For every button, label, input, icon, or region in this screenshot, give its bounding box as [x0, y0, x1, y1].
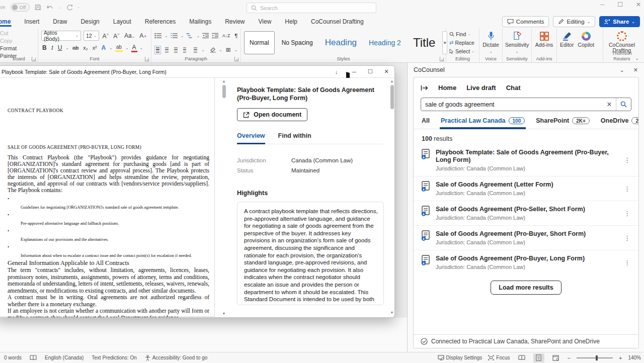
result-row[interactable]: Sale of Goods Agreement (Pro-Buyer, Long…: [414, 250, 638, 275]
pane-close-icon[interactable]: ✕: [633, 67, 638, 73]
tab-home[interactable]: Home: [0, 18, 12, 25]
more-options-icon[interactable]: ⋮: [621, 209, 633, 218]
word-count[interactable]: 0 words: [4, 355, 22, 360]
filter-onedrive[interactable]: OneDrive24: [601, 117, 639, 129]
result-row[interactable]: Sale of Goods Agreement (Pro-Buyer, Shor…: [414, 225, 638, 250]
font-dialog-launcher-icon[interactable]: [145, 57, 149, 61]
underline-button[interactable]: U: [57, 44, 63, 51]
customize-toolbar-icon[interactable]: ⹀: [78, 6, 79, 10]
tab-draw[interactable]: Draw: [52, 18, 68, 25]
result-row[interactable]: Playbook Template: Sale of Goods Agreeme…: [414, 144, 638, 176]
style-no-spacing[interactable]: No Spacing: [277, 31, 318, 54]
tab-cocounsel-drafting[interactable]: CoCounsel Drafting: [310, 18, 365, 25]
save-icon[interactable]: [35, 4, 41, 11]
accessibility-status[interactable]: Accessibility: Good to go: [145, 355, 208, 361]
align-right-button[interactable]: [174, 47, 178, 53]
scroll-up-icon[interactable]: ▲: [390, 79, 394, 84]
highlight-chevron-icon[interactable]: ⌄: [125, 46, 129, 50]
cocounsel-search-box[interactable]: ✕: [421, 98, 631, 111]
editing-mode-button[interactable]: Editing⌄: [553, 16, 595, 27]
line-spacing-chevron-icon[interactable]: ⌄: [201, 48, 205, 52]
bullet-list-button[interactable]: [154, 33, 162, 39]
font-size-combo[interactable]: 12⌄: [84, 31, 99, 41]
font-color-chevron-icon[interactable]: ⌄: [140, 46, 143, 50]
align-center-button[interactable]: [165, 47, 169, 53]
proofing-icon[interactable]: [30, 355, 37, 360]
preview-maximize-button[interactable]: ☐: [362, 68, 378, 75]
nav-chat[interactable]: Chat: [506, 84, 521, 92]
italic-button[interactable]: I: [50, 44, 54, 51]
zoom-slider[interactable]: [577, 357, 613, 358]
style-normal[interactable]: Normal: [244, 31, 275, 54]
more-options-icon[interactable]: ⋮: [621, 233, 633, 243]
font-family-combo[interactable]: Aptos (Body)⌄: [41, 31, 81, 41]
document-scrollbar[interactable]: ▲ ▼: [221, 79, 227, 316]
numbered-list-button[interactable]: [171, 33, 178, 39]
result-title[interactable]: Playbook Template: Sale of Goods Agreeme…: [436, 149, 609, 163]
text-effects-button[interactable]: A: [100, 44, 107, 51]
tab-overview[interactable]: Overview: [237, 132, 265, 144]
highlight-color-button[interactable]: ab: [115, 44, 123, 52]
undo-chevron-icon[interactable]: ⌄: [58, 6, 61, 10]
undo-icon[interactable]: [46, 4, 53, 11]
increase-indent-button[interactable]: [212, 33, 219, 39]
multilevel-list-button[interactable]: [186, 33, 194, 39]
filter-all[interactable]: All: [422, 117, 430, 129]
shading-chevron-icon[interactable]: ⌄: [219, 48, 222, 52]
underline-chevron-icon[interactable]: ⌄: [65, 46, 69, 50]
bullet-list-chevron-icon[interactable]: ⌄: [165, 34, 168, 38]
search-box[interactable]: [247, 3, 376, 13]
replace-button[interactable]: ⇄ Replace: [449, 38, 476, 47]
sort-button[interactable]: A↓Z: [222, 33, 230, 38]
display-settings-button[interactable]: Display Settings: [438, 355, 482, 360]
scroll-up-icon[interactable]: ▲: [222, 79, 226, 84]
autosave-toggle[interactable]: Off: [11, 3, 30, 12]
strikethrough-button[interactable]: ab: [71, 45, 79, 51]
justify-button[interactable]: [183, 47, 187, 53]
comments-button[interactable]: Comments: [502, 16, 549, 27]
decrease-indent-button[interactable]: [202, 33, 209, 39]
filter-sharepoint[interactable]: SharePoint2K+: [536, 117, 590, 129]
search-submit-button[interactable]: [616, 98, 631, 111]
style-heading2[interactable]: Heading 2: [364, 31, 406, 54]
result-title[interactable]: Sale of Goods Agreement (Pro-Buyer, Shor…: [436, 230, 586, 237]
share-button[interactable]: Share⌄: [599, 16, 640, 27]
copilot-button[interactable]: Copilot: [578, 30, 594, 57]
scroll-thumb[interactable]: [222, 85, 226, 98]
sensitivity-button[interactable]: Sensitivity⌄: [506, 30, 528, 57]
select-button[interactable]: Select⌄: [449, 47, 476, 55]
read-mode-button[interactable]: [516, 353, 527, 362]
search-input[interactable]: [260, 5, 361, 11]
collapse-ribbon-icon[interactable]: ⌄: [635, 56, 639, 61]
redo-icon[interactable]: [66, 4, 73, 11]
zoom-level[interactable]: 140%: [628, 355, 641, 360]
tab-view[interactable]: View: [258, 18, 273, 25]
font-color-button[interactable]: A: [131, 44, 137, 52]
maximize-button[interactable]: ☐: [617, 1, 623, 8]
editor-button[interactable]: Editor: [560, 30, 574, 57]
style-heading1[interactable]: Heading: [320, 31, 362, 54]
print-layout-button[interactable]: [533, 353, 544, 362]
zoom-slider-thumb[interactable]: [596, 355, 598, 360]
pane-chevron-down-icon[interactable]: ⌄: [620, 67, 624, 73]
text-predictions[interactable]: Text Predictions: On: [92, 355, 136, 360]
tab-help[interactable]: Help: [284, 18, 298, 25]
nav-home[interactable]: Home: [438, 84, 456, 92]
borders-button[interactable]: ⊞: [226, 46, 231, 53]
collapse-panel-icon[interactable]: [421, 85, 428, 91]
more-options-icon[interactable]: ⋮: [621, 258, 633, 267]
nav-live-draft[interactable]: Live draft: [466, 84, 496, 92]
zoom-in-button[interactable]: +: [619, 355, 622, 361]
change-case-button[interactable]: Aa⌄: [123, 32, 136, 39]
load-more-results-button[interactable]: Load more results: [491, 281, 561, 295]
result-row[interactable]: Sale of Goods Agreement (Letter Form)Jur…: [414, 176, 638, 201]
focus-button[interactable]: Focus: [488, 355, 510, 360]
paragraph-dialog-launcher-icon[interactable]: [234, 57, 239, 61]
shrink-font-button[interactable]: A˅: [112, 32, 121, 40]
find-button[interactable]: Find⌄: [449, 30, 476, 38]
info-pane-scrollbar[interactable]: ▲ ▼: [389, 79, 395, 315]
superscript-button[interactable]: x²: [92, 45, 98, 51]
borders-chevron-icon[interactable]: ⌄: [234, 48, 237, 52]
more-options-icon[interactable]: ⋮: [621, 155, 633, 165]
preview-close-button[interactable]: ✕: [378, 68, 394, 75]
